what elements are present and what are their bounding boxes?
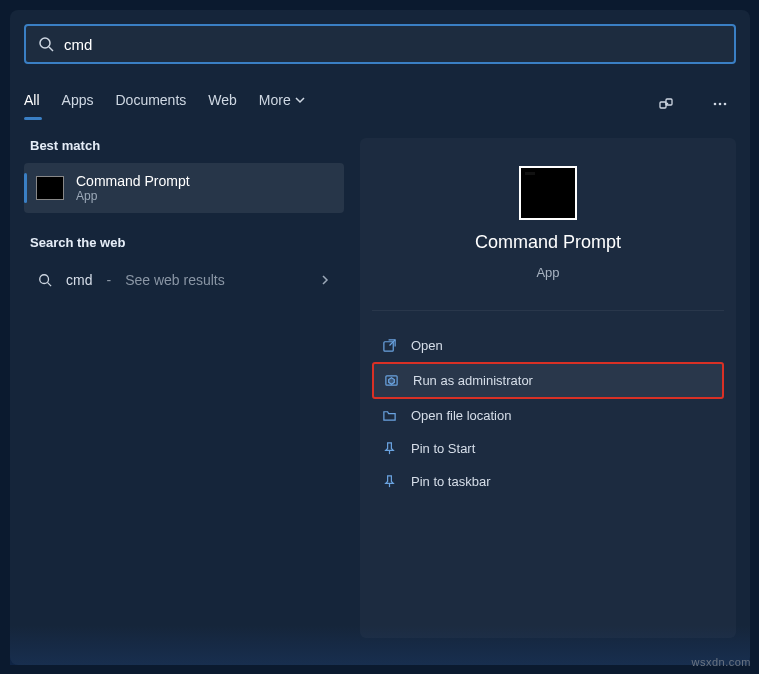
action-label: Pin to taskbar [411,474,491,489]
pin-icon [382,441,397,456]
svg-rect-2 [660,102,666,108]
preview-title: Command Prompt [475,232,621,253]
search-input[interactable] [64,36,722,53]
result-command-prompt[interactable]: Command Prompt App [24,163,344,213]
body-area: Best match Command Prompt App Search the… [10,138,750,638]
chevron-down-icon [295,95,305,105]
tab-more[interactable]: More [259,92,305,116]
search-window: All Apps Documents Web More Best match C… [10,10,750,665]
tab-documents[interactable]: Documents [115,92,186,116]
search-icon [38,36,54,52]
action-label: Open file location [411,408,511,423]
result-title: Command Prompt [76,173,190,189]
preview-header: Command Prompt App [372,166,724,311]
web-result-hint: See web results [125,272,225,288]
action-run-as-administrator[interactable]: Run as administrator [372,362,724,399]
preview-cmd-icon [519,166,577,220]
svg-point-5 [714,103,717,106]
preview-pane: Command Prompt App Open Run as administr… [360,138,736,638]
action-list: Open Run as administrator Open file loca… [372,329,724,498]
svg-point-6 [719,103,722,106]
share-icon[interactable] [650,88,682,120]
preview-subtitle: App [536,265,559,280]
search-box[interactable] [24,24,736,64]
action-label: Run as administrator [413,373,533,388]
pin-icon [382,474,397,489]
chevron-right-icon [320,274,330,286]
filter-tabs: All Apps Documents Web More [24,88,736,120]
web-result-dash: - [106,272,111,288]
action-pin-to-taskbar[interactable]: Pin to taskbar [372,465,724,498]
action-label: Open [411,338,443,353]
open-icon [382,338,397,353]
result-text: Command Prompt App [76,173,190,203]
action-label: Pin to Start [411,441,475,456]
web-result-cmd[interactable]: cmd - See web results [24,260,344,300]
result-subtitle: App [76,189,190,203]
best-match-label: Best match [30,138,344,153]
action-open-file-location[interactable]: Open file location [372,399,724,432]
web-result-term: cmd [66,272,92,288]
action-open[interactable]: Open [372,329,724,362]
folder-icon [382,408,397,423]
svg-point-8 [40,275,49,284]
tab-more-label: More [259,92,291,108]
svg-line-1 [49,47,53,51]
tab-all[interactable]: All [24,92,40,116]
search-web-label: Search the web [30,235,344,250]
more-options-icon[interactable] [704,88,736,120]
watermark: wsxdn.com [691,656,751,668]
action-pin-to-start[interactable]: Pin to Start [372,432,724,465]
shield-admin-icon [384,373,399,388]
results-column: Best match Command Prompt App Search the… [24,138,344,638]
tab-web[interactable]: Web [208,92,237,116]
svg-line-9 [48,283,52,287]
svg-point-7 [724,103,727,106]
cmd-icon [36,176,64,200]
tab-apps[interactable]: Apps [62,92,94,116]
svg-point-0 [40,38,50,48]
svg-line-11 [390,340,396,346]
search-icon [38,273,52,287]
